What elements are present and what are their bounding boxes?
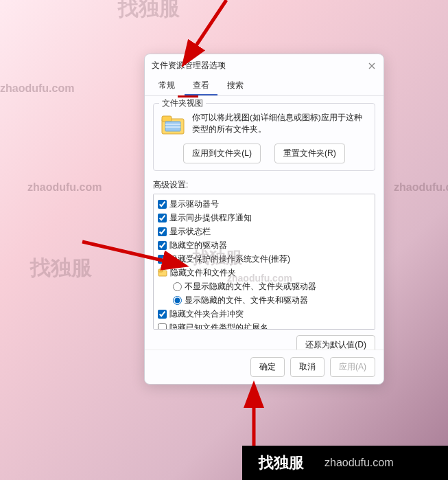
reset-folders-button[interactable]: 重置文件夹(R) — [274, 144, 345, 163]
dialog-footer: 确定 取消 应用(A) — [145, 350, 384, 384]
folder-view-group: 文件夹视图 你可以将此视图(如详细信息或图标)应用于这种类型的所有文件夹。 应用… — [153, 103, 375, 171]
list-item[interactable]: 隐藏已知文件类型的扩展名 — [158, 321, 370, 330]
checkbox-show-sync-notifications[interactable] — [158, 214, 167, 222]
cancel-button[interactable]: 取消 — [290, 357, 325, 377]
list-item[interactable]: 显示隐藏的文件、文件夹和驱动器 — [158, 293, 370, 307]
dialog-tabs: 常规 查看 搜索 — [145, 74, 384, 96]
checkbox-show-drive-letters[interactable] — [158, 200, 167, 209]
list-item[interactable]: 不显示隐藏的文件、文件夹或驱动器 — [158, 279, 370, 293]
dialog-content: 文件夹视图 你可以将此视图(如详细信息或图标)应用于这种类型的所有文件夹。 应用… — [145, 96, 384, 350]
list-item[interactable]: 显示状态栏 — [158, 225, 370, 238]
checkbox-hide-empty-drives[interactable] — [158, 241, 167, 250]
list-item[interactable]: 显示同步提供程序通知 — [158, 211, 370, 225]
svg-rect-6 — [158, 269, 163, 272]
list-item-folder[interactable]: 隐藏文件和文件夹 — [158, 266, 370, 279]
dialog-titlebar: 文件资源管理器选项 — [145, 54, 384, 74]
folder-icon — [161, 112, 185, 137]
apply-to-folders-button[interactable]: 应用到文件夹(L) — [183, 144, 261, 163]
dialog-title: 文件资源管理器选项 — [152, 60, 226, 71]
checkbox-show-status-bar[interactable] — [158, 227, 167, 236]
svg-rect-2 — [165, 122, 180, 131]
ok-button[interactable]: 确定 — [250, 357, 285, 377]
checkbox-hide-merge-conflicts[interactable] — [158, 310, 167, 319]
list-item[interactable]: 隐藏文件夹合并冲突 — [158, 307, 370, 321]
list-item[interactable]: 隐藏空的驱动器 — [158, 238, 370, 252]
watermark-brand: 找独服 — [118, 0, 180, 23]
checkbox-hide-extensions[interactable] — [158, 323, 167, 330]
radio-show-hidden[interactable] — [173, 296, 182, 305]
close-icon[interactable] — [367, 61, 377, 71]
list-item[interactable]: 显示驱动器号 — [158, 197, 370, 211]
tab-view[interactable]: 查看 — [185, 77, 217, 95]
footer-banner: 找独服 zhaodufu.com — [242, 446, 448, 480]
explorer-options-dialog: 文件资源管理器选项 常规 查看 搜索 文件夹视图 — [144, 54, 384, 385]
svg-rect-1 — [162, 116, 172, 122]
watermark-brand: 找独服 — [30, 254, 92, 282]
tab-search[interactable]: 搜索 — [219, 77, 252, 95]
apply-button[interactable]: 应用(A) — [330, 357, 375, 377]
restore-defaults-button[interactable]: 还原为默认值(D) — [296, 335, 375, 350]
folder-view-legend: 文件夹视图 — [159, 98, 206, 109]
footer-brand: 找独服 — [259, 453, 304, 473]
folder-view-description: 你可以将此视图(如详细信息或图标)应用于这种类型的所有文件夹。 — [192, 112, 368, 136]
advanced-settings-list[interactable]: 显示驱动器号 显示同步提供程序通知 显示状态栏 隐藏空的驱动器 隐藏受保护的操作… — [153, 194, 375, 330]
advanced-legend: 高级设置: — [153, 179, 375, 191]
footer-url: zhaodufu.com — [325, 457, 394, 469]
list-item[interactable]: 隐藏受保护的操作系统文件(推荐) — [158, 252, 370, 266]
tab-general[interactable]: 常规 — [150, 77, 183, 95]
watermark-url: zhaodufu.com — [394, 181, 448, 194]
checkbox-hide-protected-os-files[interactable] — [158, 255, 167, 264]
watermark-url: zhaodufu.com — [27, 181, 102, 194]
watermark-url: zhaodufu.com — [0, 82, 74, 95]
radio-dont-show-hidden[interactable] — [173, 282, 182, 291]
